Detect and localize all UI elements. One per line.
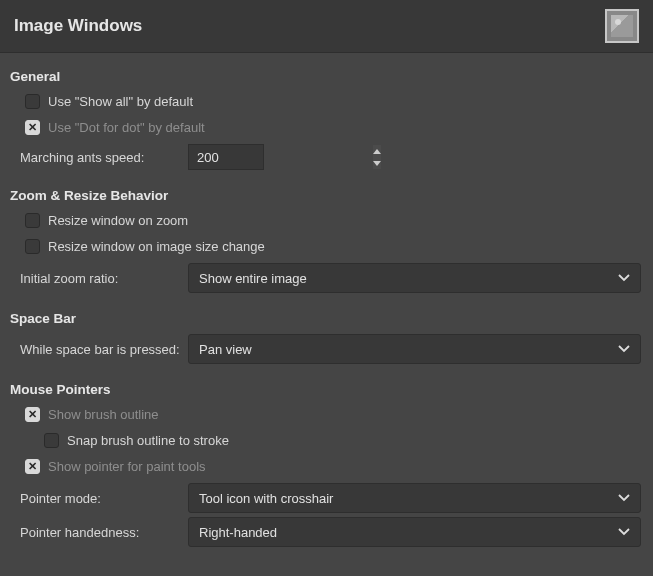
checkbox-snap-brush[interactable]: Snap brush outline to stroke	[44, 431, 229, 450]
section-header-mouse: Mouse Pointers	[6, 376, 647, 401]
spin-down-button[interactable]	[373, 157, 381, 169]
image-icon	[605, 9, 639, 43]
label-spacebar: While space bar is pressed:	[6, 342, 188, 357]
chevron-down-icon	[618, 345, 630, 353]
checkbox-box	[25, 120, 40, 135]
checkbox-label: Use "Show all" by default	[48, 94, 193, 109]
checkbox-label: Snap brush outline to stroke	[67, 433, 229, 448]
checkbox-box	[44, 433, 59, 448]
section-header-spacebar: Space Bar	[6, 305, 647, 330]
checkbox-resize-on-size[interactable]: Resize window on image size change	[25, 237, 265, 256]
section-header-general: General	[6, 63, 647, 88]
label-initial-zoom: Initial zoom ratio:	[6, 271, 188, 286]
dropdown-initial-zoom[interactable]: Show entire image	[188, 263, 641, 293]
checkbox-label: Resize window on zoom	[48, 213, 188, 228]
chevron-down-icon	[618, 494, 630, 502]
dropdown-value: Show entire image	[199, 271, 307, 286]
checkbox-box	[25, 459, 40, 474]
spin-up-button[interactable]	[373, 145, 381, 157]
checkbox-resize-on-zoom[interactable]: Resize window on zoom	[25, 211, 188, 230]
label-pointer-hand: Pointer handedness:	[6, 525, 188, 540]
dropdown-pointer-mode[interactable]: Tool icon with crosshair	[188, 483, 641, 513]
checkbox-box	[25, 94, 40, 109]
dropdown-spacebar-action[interactable]: Pan view	[188, 334, 641, 364]
checkbox-show-pointer[interactable]: Show pointer for paint tools	[25, 457, 206, 476]
checkbox-box	[25, 213, 40, 228]
titlebar: Image Windows	[0, 0, 653, 53]
checkbox-box	[25, 239, 40, 254]
section-header-zoom: Zoom & Resize Behavior	[6, 182, 647, 207]
checkbox-label: Show pointer for paint tools	[48, 459, 206, 474]
dropdown-value: Pan view	[199, 342, 252, 357]
dropdown-pointer-hand[interactable]: Right-handed	[188, 517, 641, 547]
checkbox-label: Show brush outline	[48, 407, 159, 422]
checkbox-show-all[interactable]: Use "Show all" by default	[25, 92, 193, 111]
preferences-body: General Use "Show all" by default Use "D…	[0, 53, 653, 547]
dropdown-value: Right-handed	[199, 525, 277, 540]
checkbox-dot-for-dot[interactable]: Use "Dot for dot" by default	[25, 118, 205, 137]
checkbox-box	[25, 407, 40, 422]
label-pointer-mode: Pointer mode:	[6, 491, 188, 506]
label-marching-ants: Marching ants speed:	[6, 150, 188, 165]
dropdown-value: Tool icon with crosshair	[199, 491, 333, 506]
marching-ants-input[interactable]	[189, 145, 373, 169]
checkbox-label: Use "Dot for dot" by default	[48, 120, 205, 135]
chevron-down-icon	[618, 274, 630, 282]
page-title: Image Windows	[14, 16, 142, 36]
checkbox-show-brush[interactable]: Show brush outline	[25, 405, 159, 424]
marching-ants-spinbox[interactable]	[188, 144, 264, 170]
checkbox-label: Resize window on image size change	[48, 239, 265, 254]
chevron-down-icon	[618, 528, 630, 536]
